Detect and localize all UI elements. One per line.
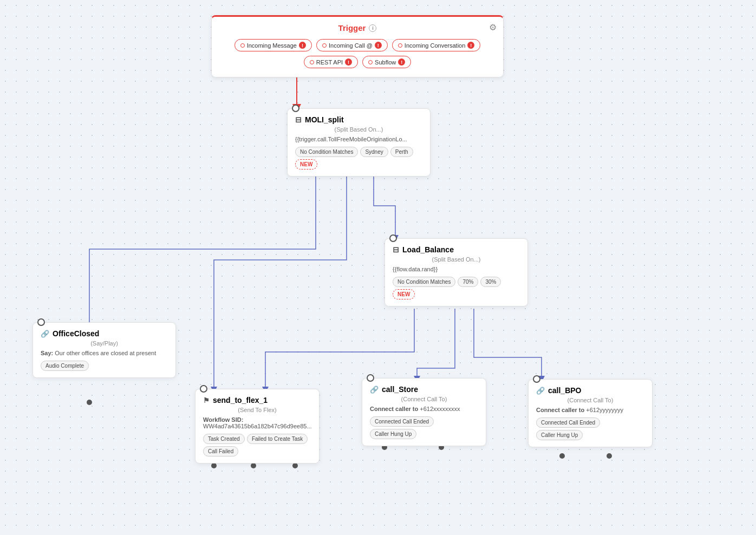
office-closed-subtitle: (Say/Play) — [41, 340, 168, 347]
call-store-input-dot — [367, 374, 374, 382]
say-label: Say: — [41, 350, 53, 356]
send-to-flex-content: Workflow SID: WW4ad7a43615b6a182b47c96d9… — [203, 416, 311, 429]
connect-value-store: +612xxxxxxxxx — [420, 406, 460, 412]
load-balance-subtitle: (Split Based On...) — [393, 256, 520, 263]
pill-info-icon: ! — [299, 42, 306, 49]
sydney-pill[interactable]: Sydney — [360, 147, 388, 157]
pill-label: REST API — [316, 59, 343, 66]
trigger-pill-incoming-conversation[interactable]: Incoming Conversation ! — [392, 39, 481, 51]
send-to-flex-pills: Task Created Failed to Create Task Call … — [203, 434, 311, 456]
call-bpo-input-dot — [533, 375, 540, 383]
connect-label-bpo: Connect caller to — [536, 407, 584, 413]
send-to-flex-title: send_to_flex_1 — [213, 396, 268, 404]
pill-dot — [368, 60, 373, 64]
trigger-box: Trigger i ⚙ Incoming Message ! Incoming … — [211, 15, 504, 77]
pill-dot — [310, 60, 314, 64]
perth-pill[interactable]: Perth — [390, 147, 413, 157]
trigger-pill-incoming-message[interactable]: Incoming Message ! — [234, 39, 312, 51]
office-closed-header: 🔗 OfficeClosed — [41, 329, 168, 338]
pill-info-icon: ! — [345, 58, 352, 66]
trigger-title-text: Trigger — [338, 23, 366, 32]
workflow-label: Workflow SID: — [203, 416, 243, 423]
split-icon-lb: ⊟ — [393, 245, 399, 254]
audio-complete-pill[interactable]: Audio Complete — [41, 361, 89, 371]
task-created-pill[interactable]: Task Created — [203, 434, 245, 444]
trigger-title: Trigger i — [220, 23, 494, 32]
store-connected-call-ended-pill[interactable]: Connected Call Ended — [370, 416, 434, 427]
link-icon-store: 🔗 — [370, 386, 379, 394]
moli-split-content: {{trigger.call.TollFreeMobileOrigination… — [295, 136, 422, 142]
store-caller-hung-up-pill[interactable]: Caller Hung Up — [370, 429, 416, 439]
load-balance-node: ⊟ Load_Balance (Split Based On...) {{flo… — [384, 238, 528, 306]
call-store-header: 🔗 call_Store — [370, 385, 478, 394]
svg-point-12 — [607, 453, 612, 459]
pill-label: Subflow — [375, 59, 396, 66]
say-text: Our other offices are closed at present — [55, 350, 156, 356]
trigger-pills: Incoming Message ! Incoming Call @ ! Inc… — [220, 39, 494, 68]
link-icon-office: 🔗 — [41, 330, 49, 338]
call-store-pills: Connected Call Ended Caller Hung Up — [370, 416, 478, 439]
trigger-info-icon[interactable]: i — [369, 24, 376, 32]
bpo-connected-call-ended-pill[interactable]: Connected Call Ended — [536, 417, 600, 428]
link-icon-bpo: 🔗 — [536, 387, 545, 395]
lb-70-pill[interactable]: 70% — [458, 277, 478, 287]
pill-info-icon: ! — [398, 58, 405, 66]
send-to-flex-input-dot — [200, 385, 207, 393]
connections-svg — [0, 0, 756, 535]
svg-point-7 — [251, 463, 256, 468]
pill-dot — [398, 43, 402, 48]
pill-info-icon: ! — [375, 42, 382, 49]
split-icon: ⊟ — [295, 115, 302, 124]
load-balance-header: ⊟ Load_Balance — [393, 245, 520, 254]
call-bpo-pills: Connected Call Ended Caller Hung Up — [536, 417, 644, 440]
failed-create-task-pill[interactable]: Failed to Create Task — [247, 434, 308, 444]
lb-30-pill[interactable]: 30% — [480, 277, 501, 287]
trigger-gear-icon[interactable]: ⚙ — [489, 22, 497, 32]
office-closed-pills: Audio Complete — [41, 361, 168, 371]
send-to-flex-header: ⚑ send_to_flex_1 — [203, 396, 311, 404]
call-bpo-subtitle: (Connect Call To) — [536, 397, 644, 403]
pill-label: Incoming Call @ — [329, 42, 373, 49]
pill-label: Incoming Conversation — [405, 42, 466, 49]
call-store-node: 🔗 call_Store (Connect Call To) Connect c… — [362, 378, 486, 446]
moli-split-header: ⊟ MOLI_split — [295, 115, 422, 124]
svg-point-11 — [559, 453, 565, 459]
lb-no-condition-pill[interactable]: No Condition Matches — [393, 277, 455, 287]
load-balance-title: Load_Balance — [402, 245, 454, 254]
no-condition-matches-pill[interactable]: No Condition Matches — [295, 147, 358, 157]
load-balance-input-dot — [389, 234, 397, 242]
svg-point-8 — [292, 463, 298, 468]
moli-split-pills: No Condition Matches Sydney Perth NEW — [295, 147, 422, 169]
office-closed-title: OfficeClosed — [53, 329, 99, 338]
trigger-pill-subflow[interactable]: Subflow ! — [362, 56, 411, 68]
moli-split-node: ⊟ MOLI_split (Split Based On...) {{trigg… — [287, 108, 431, 177]
moli-split-title: MOLI_split — [305, 115, 344, 124]
office-closed-input-dot — [37, 318, 45, 326]
moli-split-subtitle: (Split Based On...) — [295, 126, 422, 133]
moli-new-pill[interactable]: NEW — [295, 159, 317, 169]
call-bpo-content: Connect caller to +612yyyyyyyy — [536, 407, 644, 413]
call-store-title: call_Store — [382, 385, 418, 394]
svg-point-5 — [87, 400, 92, 405]
call-store-content: Connect caller to +612xxxxxxxxx — [370, 406, 478, 412]
pill-info-icon: ! — [467, 42, 474, 49]
svg-point-6 — [211, 463, 217, 468]
office-closed-node: 🔗 OfficeClosed (Say/Play) Say: Our other… — [32, 322, 176, 378]
call-store-subtitle: (Connect Call To) — [370, 396, 478, 402]
trigger-pill-incoming-call[interactable]: Incoming Call @ ! — [316, 39, 388, 51]
bpo-caller-hung-up-pill[interactable]: Caller Hung Up — [536, 430, 583, 440]
call-failed-pill[interactable]: Call Failed — [203, 446, 238, 456]
pill-label: Incoming Message — [247, 42, 297, 49]
call-bpo-node: 🔗 call_BPO (Connect Call To) Connect cal… — [528, 379, 653, 447]
workflow-canvas: Trigger i ⚙ Incoming Message ! Incoming … — [0, 0, 756, 535]
send-to-flex-node: ⚑ send_to_flex_1 (Send To Flex) Workflow… — [195, 389, 320, 464]
load-balance-content: {{flow.data.rand}} — [393, 266, 520, 272]
call-bpo-header: 🔗 call_BPO — [536, 386, 644, 395]
connect-value-bpo: +612yyyyyyyy — [586, 407, 623, 413]
call-bpo-title: call_BPO — [548, 386, 581, 395]
moli-split-input-dot — [292, 105, 299, 112]
load-balance-pills: No Condition Matches 70% 30% NEW — [393, 277, 520, 299]
lb-new-pill[interactable]: NEW — [393, 289, 415, 299]
send-to-flex-subtitle: (Send To Flex) — [203, 407, 311, 413]
trigger-pill-rest-api[interactable]: REST API ! — [304, 56, 358, 68]
